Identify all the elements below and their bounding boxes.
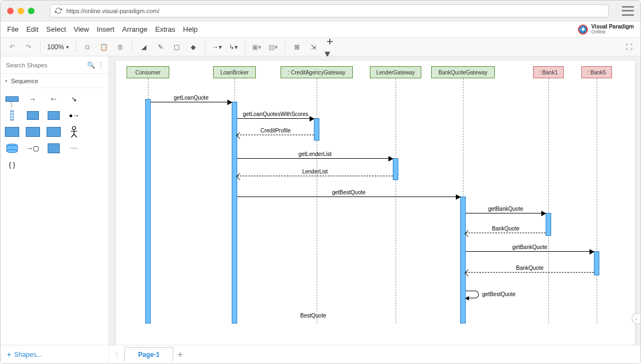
lifeline-bank1 [548, 78, 549, 323]
svg-point-7 [7, 149, 18, 153]
message-9[interactable]: BankQuote [466, 272, 594, 273]
menu-insert[interactable]: Insert [96, 25, 115, 33]
shape-fragment-2[interactable] [25, 125, 41, 138]
shape-note[interactable] [45, 142, 62, 155]
message-label: LenderList [302, 169, 328, 175]
shape-constraint[interactable]: { } [4, 158, 20, 171]
participant-bankquote[interactable]: BankQuoteGateway [431, 66, 495, 78]
connection-icon[interactable]: →▾ [212, 42, 222, 52]
url-bar[interactable]: https://online.visual-paradigm.com/ [50, 4, 609, 18]
menu-extras[interactable]: Extras [155, 25, 175, 33]
lifeline-bank5 [597, 78, 597, 323]
message-8[interactable]: getBankQuote [466, 251, 594, 252]
shape-return[interactable]: →▢ [25, 142, 41, 155]
message-1[interactable]: getLoanQuotesWithScores [237, 118, 314, 119]
shape-arrow-dashed[interactable]: ⤎ [45, 93, 62, 106]
arrowhead-icon [310, 116, 314, 122]
message-5[interactable]: getBestQuote [237, 197, 460, 197]
shape-activation[interactable] [4, 109, 20, 122]
shape-entity[interactable] [4, 142, 20, 155]
participant-bank1[interactable]: : Bank1 [533, 66, 564, 78]
menu-help[interactable]: Help [183, 25, 198, 33]
activation-consumer[interactable] [145, 99, 151, 323]
hamburger-menu-icon[interactable] [622, 6, 634, 16]
clipped-message-label: BestQuote [300, 313, 326, 319]
copy-icon[interactable]: ⧉ [83, 42, 93, 52]
participant-loanbroker[interactable]: LoanBroker [213, 66, 256, 78]
to-back-icon[interactable]: ▤▾ [268, 42, 278, 52]
collapse-sidepanel-icon[interactable]: ‹ [632, 313, 640, 324]
fullscreen-icon[interactable]: ⛶ [624, 42, 634, 52]
activation-lender[interactable] [393, 158, 398, 180]
activation-bankquote[interactable] [460, 197, 466, 323]
paste-icon[interactable]: 📋 [99, 42, 109, 52]
search-shapes-input[interactable] [5, 60, 85, 71]
menu-edit[interactable]: Edit [26, 25, 38, 33]
palette-section-sequence[interactable]: Sequence [1, 74, 108, 88]
delete-icon[interactable]: 🗑 [116, 42, 125, 52]
shape-arrow-solid[interactable]: → [25, 93, 41, 106]
zoom-label: 100% [47, 43, 64, 51]
shape-fragment-3[interactable] [45, 125, 62, 138]
participant-credit[interactable]: : CreditAgencyGateway [281, 66, 353, 78]
zoom-dropdown[interactable]: 100% ▾ [47, 43, 69, 51]
more-shapes-label: Shapes... [14, 351, 42, 359]
waypoint-icon[interactable]: ↳▾ [228, 42, 238, 52]
menu-arrange[interactable]: Arrange [122, 25, 147, 33]
brand-logo[interactable]: ◆ Visual Paradigm Online [578, 24, 634, 34]
reload-icon[interactable] [55, 7, 62, 14]
shape-blue-1[interactable] [25, 109, 41, 122]
close-window-icon[interactable] [7, 8, 14, 14]
message-6[interactable]: getBankQuote [466, 213, 546, 213]
activation-bank5[interactable] [594, 251, 599, 275]
menu-view[interactable]: View [74, 25, 89, 33]
minimize-window-icon[interactable] [18, 8, 24, 14]
shape-fragment-1[interactable] [4, 125, 20, 138]
activation-credit[interactable] [314, 118, 319, 141]
search-icon[interactable]: 🔍 [87, 61, 95, 69]
shadow-icon[interactable]: ▢ [172, 42, 182, 52]
canvas-area[interactable]: ConsumerLoanBroker: CreditAgencyGatewayL… [109, 56, 640, 346]
menu-select[interactable]: Select [46, 25, 66, 33]
menu-file[interactable]: File [7, 25, 19, 33]
to-front-icon[interactable]: ▣▾ [252, 42, 262, 52]
message-4[interactable]: LenderList [237, 176, 393, 176]
message-label: getBestQuote [482, 291, 516, 297]
collapse-icon[interactable]: ⇲ [308, 42, 318, 52]
line-color-icon[interactable]: ✎ [156, 42, 165, 52]
footer-bar: + Shapes... ⋮ Page-1 + [1, 345, 640, 363]
style-icon[interactable]: ◆ [188, 42, 198, 52]
self-message[interactable]: getBestQuote [466, 291, 479, 298]
redo-icon[interactable]: ↷ [24, 42, 33, 52]
message-3[interactable]: getLenderList [237, 158, 393, 159]
page-tab[interactable]: Page-1 [124, 347, 173, 362]
diagram-canvas[interactable]: ConsumerLoanBroker: CreditAgencyGatewayL… [116, 61, 635, 346]
shape-dashed-line[interactable]: ┄┄ [66, 142, 82, 155]
participant-consumer[interactable]: Consumer [127, 66, 169, 78]
shape-found-msg[interactable]: ●→ [66, 109, 82, 122]
add-page-icon[interactable]: + [178, 350, 182, 360]
message-label: getLenderList [299, 151, 332, 157]
maximize-window-icon[interactable] [28, 8, 35, 14]
message-7[interactable]: BankQuote [466, 233, 546, 233]
participant-lender[interactable]: LenderGateway [370, 66, 421, 78]
drag-handle-icon[interactable]: ⋮ [113, 351, 120, 359]
shape-actor[interactable] [66, 125, 82, 138]
window-titlebar: https://online.visual-paradigm.com/ [1, 1, 640, 21]
message-label: getBankQuote [488, 206, 523, 212]
svg-point-0 [72, 126, 76, 130]
fill-color-icon[interactable]: ◢ [139, 42, 149, 52]
shape-arrow-diag[interactable]: ↘ [66, 93, 82, 106]
more-shapes-link[interactable]: + Shapes... [1, 345, 109, 363]
add-icon[interactable]: ＋▾ [325, 42, 335, 52]
undo-icon[interactable]: ↶ [7, 42, 17, 52]
participant-bank5[interactable]: : Bank5 [581, 66, 612, 78]
palette-more-icon[interactable]: ⋮ [98, 61, 104, 69]
activation-bank1[interactable] [546, 213, 551, 236]
shape-lifeline[interactable] [4, 93, 20, 106]
arrowhead-icon [541, 211, 546, 216]
message-0[interactable]: getLoanQuote [151, 102, 232, 102]
message-2[interactable]: CreditProfile [237, 135, 314, 135]
fit-icon[interactable]: ⊞ [292, 42, 302, 52]
shape-blue-2[interactable] [45, 109, 62, 122]
